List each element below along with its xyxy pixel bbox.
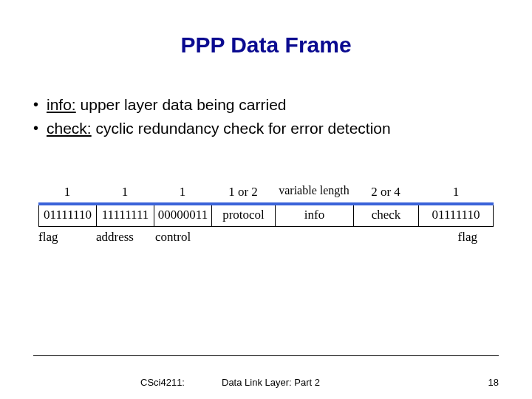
size-cell: variable length	[275, 185, 353, 202]
bullet-label: check:	[47, 120, 92, 137]
label-cell: control	[154, 227, 211, 245]
slide: PPP Data Frame • info: upper layer data …	[0, 0, 532, 399]
frame-cell: check	[353, 202, 418, 227]
frame-cell: 00000011	[154, 202, 211, 227]
bullet-dot-icon: •	[33, 95, 47, 114]
bullet-item: • check: cyclic redundancy check for err…	[33, 118, 491, 139]
frame-cell: 11111111	[96, 202, 154, 227]
bullet-list: • info: upper layer data being carried •…	[33, 95, 491, 143]
size-cell: 2 or 4	[353, 185, 418, 202]
bullet-rest: cyclic redundancy check for error detect…	[92, 120, 391, 137]
bullet-rest: upper layer data being carried	[76, 96, 287, 113]
bullet-text: check: cyclic redundancy check for error…	[47, 118, 491, 139]
label-cell	[353, 227, 418, 245]
bullet-text: info: upper layer data being carried	[47, 95, 491, 115]
frame-diagram: 1 1 1 1 or 2 variable length 2 or 4 1 01…	[38, 185, 494, 245]
size-cell: 1	[96, 185, 154, 202]
cells-row: 01111110 11111111 00000011 protocol info…	[38, 202, 494, 227]
label-cell: address	[96, 227, 154, 245]
size-cell: 1	[154, 185, 211, 202]
sizes-row: 1 1 1 1 or 2 variable length 2 or 4 1	[38, 185, 494, 202]
bullet-item: • info: upper layer data being carried	[33, 95, 491, 115]
label-cell: flag	[418, 227, 494, 245]
size-cell: 1	[418, 185, 494, 202]
footer-page: 18	[488, 377, 499, 388]
frame-cell: 01111110	[418, 202, 494, 227]
label-cell	[211, 227, 275, 245]
size-cell: 1 or 2	[211, 185, 275, 202]
footer-course: CSci4211:	[140, 377, 185, 388]
labels-row: flag address control flag	[38, 227, 494, 245]
label-cell	[275, 227, 353, 245]
bullet-label: info:	[47, 96, 76, 113]
footer-rule	[33, 355, 499, 356]
footer-topic: Data Link Layer: Part 2	[222, 377, 320, 388]
label-cell: flag	[38, 227, 96, 245]
size-cell: 1	[38, 185, 96, 202]
frame-cell: info	[275, 202, 353, 227]
frame-cell: protocol	[211, 202, 275, 227]
bullet-dot-icon: •	[33, 118, 47, 137]
frame-cell: 01111110	[38, 202, 96, 227]
slide-title: PPP Data Frame	[0, 33, 532, 58]
